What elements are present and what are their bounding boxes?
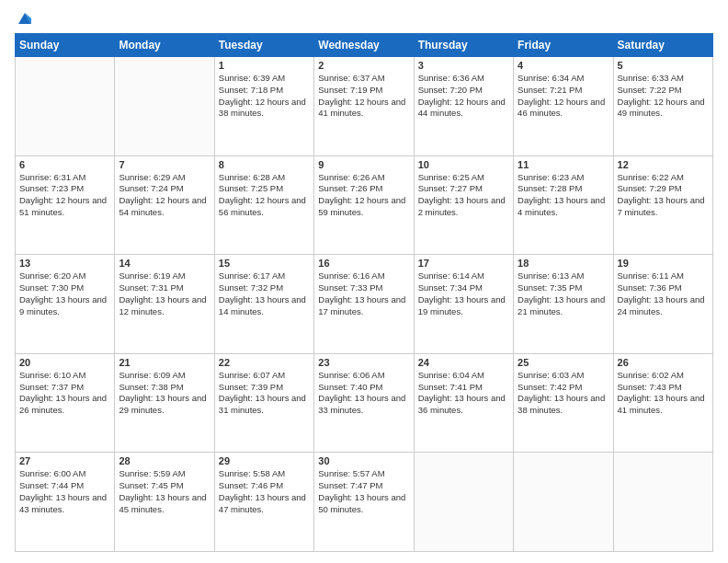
day-info: Sunrise: 5:57 AMSunset: 7:47 PMDaylight:… bbox=[318, 468, 409, 515]
day-number: 2 bbox=[318, 60, 409, 71]
day-cell: 2Sunrise: 6:37 AMSunset: 7:19 PMDaylight… bbox=[314, 57, 414, 156]
day-cell: 16Sunrise: 6:16 AMSunset: 7:33 PMDayligh… bbox=[314, 255, 414, 354]
weekday-header-monday: Monday bbox=[115, 34, 214, 57]
day-info: Sunrise: 6:10 AMSunset: 7:37 PMDaylight:… bbox=[19, 370, 110, 417]
day-cell: 8Sunrise: 6:28 AMSunset: 7:25 PMDaylight… bbox=[214, 155, 313, 255]
day-cell: 9Sunrise: 6:26 AMSunset: 7:26 PMDaylight… bbox=[314, 155, 414, 255]
day-cell: 17Sunrise: 6:14 AMSunset: 7:34 PMDayligh… bbox=[414, 255, 513, 354]
day-cell: 4Sunrise: 6:34 AMSunset: 7:21 PMDaylight… bbox=[514, 57, 613, 156]
day-cell: 12Sunrise: 6:22 AMSunset: 7:29 PMDayligh… bbox=[613, 155, 712, 255]
day-number: 27 bbox=[19, 455, 110, 466]
day-cell: 22Sunrise: 6:07 AMSunset: 7:39 PMDayligh… bbox=[214, 353, 313, 453]
day-info: Sunrise: 6:03 AMSunset: 7:42 PMDaylight:… bbox=[518, 370, 609, 417]
day-number: 19 bbox=[618, 258, 709, 269]
day-cell: 13Sunrise: 6:20 AMSunset: 7:30 PMDayligh… bbox=[16, 255, 115, 354]
week-row-5: 27Sunrise: 6:00 AMSunset: 7:44 PMDayligh… bbox=[16, 453, 713, 552]
day-number: 5 bbox=[618, 60, 709, 71]
day-cell: 1Sunrise: 6:39 AMSunset: 7:18 PMDaylight… bbox=[214, 57, 313, 156]
week-row-3: 13Sunrise: 6:20 AMSunset: 7:30 PMDayligh… bbox=[16, 255, 713, 354]
weekday-header-tuesday: Tuesday bbox=[214, 34, 313, 57]
day-info: Sunrise: 5:59 AMSunset: 7:45 PMDaylight:… bbox=[119, 468, 210, 515]
header bbox=[15, 11, 713, 26]
day-cell: 15Sunrise: 6:17 AMSunset: 7:32 PMDayligh… bbox=[214, 255, 313, 354]
day-info: Sunrise: 6:39 AMSunset: 7:18 PMDaylight:… bbox=[219, 73, 310, 120]
day-info: Sunrise: 6:28 AMSunset: 7:25 PMDaylight:… bbox=[219, 172, 310, 219]
week-row-4: 20Sunrise: 6:10 AMSunset: 7:37 PMDayligh… bbox=[16, 353, 713, 453]
day-info: Sunrise: 6:31 AMSunset: 7:23 PMDaylight:… bbox=[19, 172, 110, 219]
day-cell: 20Sunrise: 6:10 AMSunset: 7:37 PMDayligh… bbox=[16, 353, 115, 453]
day-info: Sunrise: 6:09 AMSunset: 7:38 PMDaylight:… bbox=[119, 370, 210, 417]
day-info: Sunrise: 6:34 AMSunset: 7:21 PMDaylight:… bbox=[518, 73, 609, 120]
day-number: 13 bbox=[19, 258, 110, 269]
calendar-table: SundayMondayTuesdayWednesdayThursdayFrid… bbox=[15, 33, 713, 552]
day-info: Sunrise: 6:14 AMSunset: 7:34 PMDaylight:… bbox=[418, 270, 509, 317]
day-number: 14 bbox=[119, 258, 210, 269]
weekday-header-wednesday: Wednesday bbox=[314, 34, 414, 57]
day-number: 25 bbox=[518, 357, 609, 368]
day-info: Sunrise: 6:23 AMSunset: 7:28 PMDaylight:… bbox=[518, 172, 609, 219]
day-info: Sunrise: 5:58 AMSunset: 7:46 PMDaylight:… bbox=[219, 468, 310, 515]
day-number: 17 bbox=[418, 258, 509, 269]
weekday-header-friday: Friday bbox=[514, 34, 613, 57]
day-number: 24 bbox=[418, 357, 509, 368]
day-info: Sunrise: 6:26 AMSunset: 7:26 PMDaylight:… bbox=[318, 172, 409, 219]
week-row-2: 6Sunrise: 6:31 AMSunset: 7:23 PMDaylight… bbox=[16, 155, 713, 255]
day-number: 10 bbox=[418, 159, 509, 170]
day-number: 12 bbox=[618, 159, 709, 170]
day-cell bbox=[613, 453, 712, 552]
day-info: Sunrise: 6:13 AMSunset: 7:35 PMDaylight:… bbox=[518, 270, 609, 317]
day-number: 18 bbox=[518, 258, 609, 269]
day-info: Sunrise: 6:11 AMSunset: 7:36 PMDaylight:… bbox=[618, 270, 709, 317]
day-cell: 5Sunrise: 6:33 AMSunset: 7:22 PMDaylight… bbox=[613, 57, 712, 156]
day-info: Sunrise: 6:16 AMSunset: 7:33 PMDaylight:… bbox=[318, 270, 409, 317]
day-number: 9 bbox=[318, 159, 409, 170]
day-info: Sunrise: 6:36 AMSunset: 7:20 PMDaylight:… bbox=[418, 73, 509, 120]
day-cell bbox=[115, 57, 214, 156]
day-number: 15 bbox=[219, 258, 310, 269]
day-number: 16 bbox=[318, 258, 409, 269]
day-cell: 28Sunrise: 5:59 AMSunset: 7:45 PMDayligh… bbox=[115, 453, 214, 552]
weekday-header-saturday: Saturday bbox=[613, 34, 712, 57]
weekday-header-thursday: Thursday bbox=[414, 34, 513, 57]
page: SundayMondayTuesdayWednesdayThursdayFrid… bbox=[0, 0, 728, 563]
day-cell: 30Sunrise: 5:57 AMSunset: 7:47 PMDayligh… bbox=[314, 453, 414, 552]
day-number: 28 bbox=[119, 455, 210, 466]
day-number: 1 bbox=[219, 60, 310, 71]
day-cell: 26Sunrise: 6:02 AMSunset: 7:43 PMDayligh… bbox=[613, 353, 712, 453]
day-cell: 3Sunrise: 6:36 AMSunset: 7:20 PMDaylight… bbox=[414, 57, 513, 156]
day-info: Sunrise: 6:22 AMSunset: 7:29 PMDaylight:… bbox=[618, 172, 709, 219]
day-cell: 29Sunrise: 5:58 AMSunset: 7:46 PMDayligh… bbox=[214, 453, 313, 552]
day-number: 11 bbox=[518, 159, 609, 170]
day-number: 29 bbox=[219, 455, 310, 466]
day-number: 6 bbox=[19, 159, 110, 170]
day-cell: 27Sunrise: 6:00 AMSunset: 7:44 PMDayligh… bbox=[16, 453, 115, 552]
day-cell: 24Sunrise: 6:04 AMSunset: 7:41 PMDayligh… bbox=[414, 353, 513, 453]
day-cell: 10Sunrise: 6:25 AMSunset: 7:27 PMDayligh… bbox=[414, 155, 513, 255]
day-number: 20 bbox=[19, 357, 110, 368]
day-cell: 19Sunrise: 6:11 AMSunset: 7:36 PMDayligh… bbox=[613, 255, 712, 354]
day-info: Sunrise: 6:25 AMSunset: 7:27 PMDaylight:… bbox=[418, 172, 509, 219]
day-number: 7 bbox=[119, 159, 210, 170]
day-cell: 6Sunrise: 6:31 AMSunset: 7:23 PMDaylight… bbox=[16, 155, 115, 255]
day-number: 22 bbox=[219, 357, 310, 368]
day-cell: 25Sunrise: 6:03 AMSunset: 7:42 PMDayligh… bbox=[514, 353, 613, 453]
day-cell bbox=[414, 453, 513, 552]
day-number: 21 bbox=[119, 357, 210, 368]
day-info: Sunrise: 6:04 AMSunset: 7:41 PMDaylight:… bbox=[418, 370, 509, 417]
day-cell: 23Sunrise: 6:06 AMSunset: 7:40 PMDayligh… bbox=[314, 353, 414, 453]
day-number: 23 bbox=[318, 357, 409, 368]
day-number: 8 bbox=[219, 159, 310, 170]
day-cell bbox=[514, 453, 613, 552]
day-info: Sunrise: 6:33 AMSunset: 7:22 PMDaylight:… bbox=[618, 73, 709, 120]
day-cell bbox=[16, 57, 115, 156]
day-number: 4 bbox=[518, 60, 609, 71]
day-cell: 11Sunrise: 6:23 AMSunset: 7:28 PMDayligh… bbox=[514, 155, 613, 255]
logo bbox=[15, 11, 33, 26]
day-info: Sunrise: 6:06 AMSunset: 7:40 PMDaylight:… bbox=[318, 370, 409, 417]
day-cell: 21Sunrise: 6:09 AMSunset: 7:38 PMDayligh… bbox=[115, 353, 214, 453]
day-info: Sunrise: 6:07 AMSunset: 7:39 PMDaylight:… bbox=[219, 370, 310, 417]
weekday-header-row: SundayMondayTuesdayWednesdayThursdayFrid… bbox=[16, 34, 713, 57]
day-number: 26 bbox=[618, 357, 709, 368]
day-cell: 7Sunrise: 6:29 AMSunset: 7:24 PMDaylight… bbox=[115, 155, 214, 255]
day-info: Sunrise: 6:02 AMSunset: 7:43 PMDaylight:… bbox=[618, 370, 709, 417]
